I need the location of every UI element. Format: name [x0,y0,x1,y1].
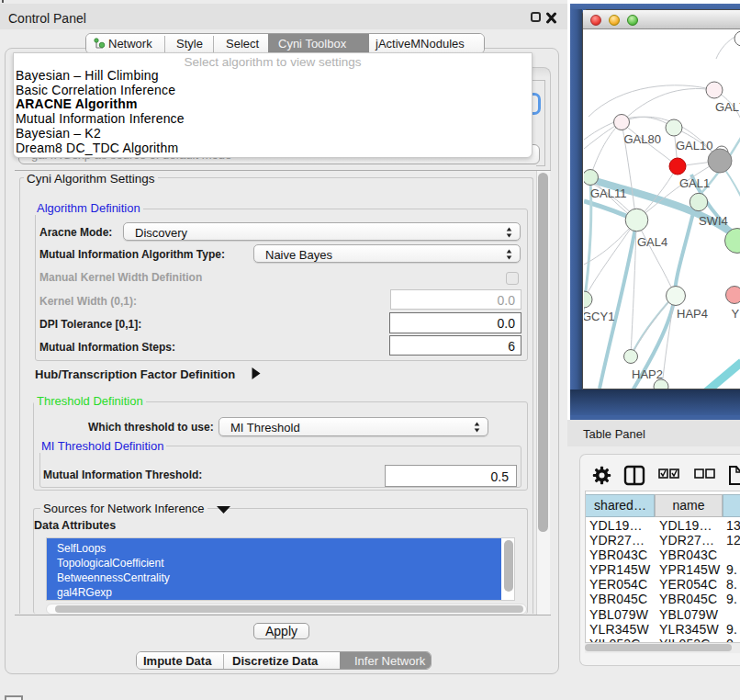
svg-text:GAL10: GAL10 [676,139,712,152]
svg-text:GAL4: GAL4 [637,235,667,249]
svg-text:HAP4: HAP4 [677,307,708,321]
svg-text:Y: Y [732,307,740,321]
svg-text:GCY1: GCY1 [584,310,614,323]
svg-text:HAP2: HAP2 [632,367,663,381]
svg-text:GAL11: GAL11 [590,186,627,200]
svg-text:GAL80: GAL80 [624,132,661,146]
svg-text:GAL1: GAL1 [679,176,710,190]
svg-text:GAL7: GAL7 [715,100,740,114]
svg-text:SWI4: SWI4 [699,214,728,228]
